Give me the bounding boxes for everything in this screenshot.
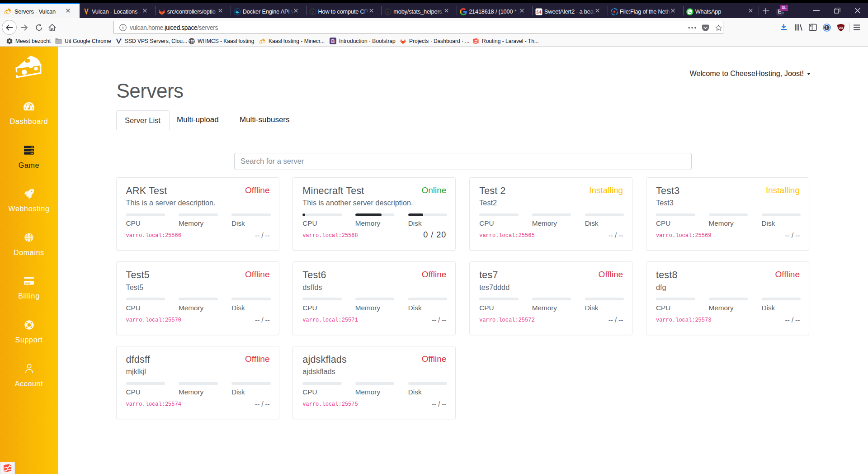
svg-text:UO: UO [839, 26, 843, 29]
svg-text:B: B [331, 38, 335, 44]
svg-text:SA: SA [536, 9, 542, 14]
